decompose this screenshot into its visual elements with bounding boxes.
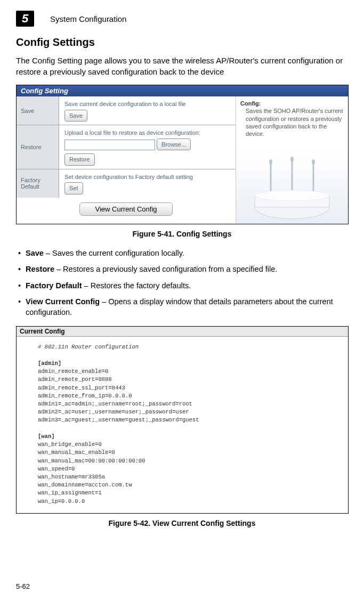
section-title: Config Settings	[16, 36, 348, 48]
svg-point-3	[269, 159, 272, 165]
restore-file-input[interactable]	[64, 140, 155, 150]
svg-point-8	[255, 190, 329, 201]
view-current-config-button[interactable]: View Current Config	[79, 202, 172, 216]
row-save-label: Save	[17, 96, 59, 125]
list-item: •Factory Default – Restores the factory …	[16, 280, 348, 291]
list-item: •Restore – Restores a previously saved c…	[16, 264, 348, 274]
router-illustration	[244, 157, 340, 221]
current-config-title: Current Config	[17, 327, 348, 337]
set-button[interactable]: Set	[64, 182, 83, 194]
svg-point-4	[290, 157, 294, 162]
row-factory-label: Factory Default	[17, 169, 59, 198]
view-config-row: View Current Config	[17, 198, 236, 221]
row-save: Save Save current device configuration t…	[17, 96, 236, 125]
row-restore-desc: Upload a local file to restore as device…	[64, 128, 230, 137]
restore-button[interactable]: Restore	[64, 153, 95, 166]
def: – Saves the current configuration locall…	[44, 249, 184, 257]
panel-title: Config Setting	[17, 85, 348, 96]
chapter-title: System Configuration	[50, 14, 126, 23]
config-table: Save Save current device configuration t…	[17, 96, 236, 223]
row-restore-label: Restore	[17, 125, 59, 169]
term: Restore	[26, 265, 54, 273]
router-icon	[244, 157, 340, 221]
page-number: 5-62	[16, 582, 30, 590]
definition-list: •Save – Saves the current configuration …	[16, 248, 348, 318]
row-restore: Restore Upload a local file to restore a…	[17, 125, 236, 169]
list-item: •Save – Saves the current configuration …	[16, 248, 348, 258]
svg-point-5	[312, 159, 315, 165]
term: Factory Default	[26, 281, 82, 290]
figure-caption-2: Figure 5-42. View Current Config Setting…	[16, 519, 348, 527]
term: Save	[26, 249, 44, 257]
def: – Restores a previously saved configurat…	[54, 265, 277, 273]
figure-caption-1: Figure 5-41. Config Settings	[16, 230, 348, 238]
chapter-number-badge: 5	[16, 11, 34, 27]
figure-current-config: Current Config # 802.11n Router configur…	[16, 326, 349, 513]
term: View Current Config	[26, 297, 100, 306]
figure-config-settings: Config Setting Save Save current device …	[16, 85, 349, 224]
help-text: Saves the SOHO AP/Router's current confi…	[240, 107, 344, 137]
def: – Restores the factory defaults.	[82, 281, 191, 290]
page-header: 5 System Configuration	[16, 11, 348, 27]
intro-text: The Config Setting page allows you to sa…	[16, 55, 348, 77]
browse-button[interactable]: Browse...	[157, 139, 191, 151]
save-button[interactable]: Save	[64, 110, 87, 122]
row-factory: Factory Default Set device configuration…	[17, 169, 236, 198]
help-title: Config:	[240, 100, 344, 107]
list-item: •View Current Config – Opens a display w…	[16, 296, 348, 318]
row-factory-desc: Set device configuration to Factory defa…	[64, 173, 230, 182]
help-panel: Config: Saves the SOHO AP/Router's curre…	[236, 96, 348, 223]
config-dump: # 802.11n Router configuration [admin] a…	[17, 337, 348, 513]
row-save-desc: Save current device configuration to a l…	[64, 100, 230, 109]
